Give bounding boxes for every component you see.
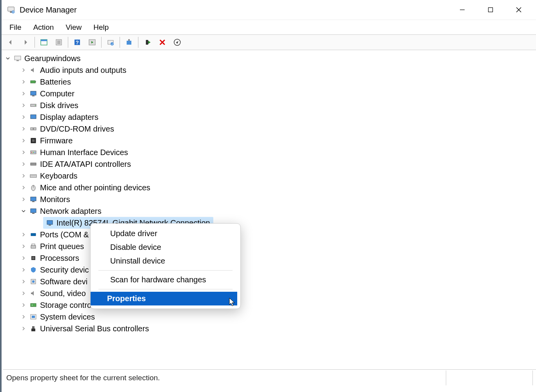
tree-category[interactable]: Firmware	[5, 135, 536, 146]
svg-rect-30	[35, 81, 36, 82]
tree-category[interactable]: DVD/CD-ROM drives	[5, 123, 536, 135]
ctx-disable-device[interactable]: Disable device	[91, 240, 240, 254]
tree-category[interactable]: Storage contro	[5, 299, 536, 311]
tree-category[interactable]: Software devi	[5, 276, 536, 287]
tree-category[interactable]: Sound, video	[5, 287, 536, 299]
tree-category-label: Mice and other pointing devices	[40, 183, 150, 192]
menu-help[interactable]: Help	[88, 21, 114, 34]
close-button[interactable]	[505, 0, 533, 20]
chevron-right-icon[interactable]	[20, 149, 27, 155]
disable-device-button[interactable]	[170, 36, 184, 49]
chevron-right-icon[interactable]	[20, 161, 27, 167]
show-hide-console-button[interactable]	[37, 36, 51, 49]
enable-device-button[interactable]	[140, 36, 154, 49]
forward-button[interactable]	[18, 36, 33, 49]
ctx-scan-hardware[interactable]: Scan for hardware changes	[91, 273, 240, 287]
ctx-separator	[98, 270, 233, 271]
context-menu: Update driver Disable device Uninstall d…	[90, 223, 241, 309]
tree-category-label: Display adapters	[40, 113, 98, 122]
help-button[interactable]: ?	[70, 36, 84, 49]
chevron-right-icon[interactable]	[20, 114, 27, 120]
minimize-button[interactable]	[448, 0, 476, 20]
tree-category[interactable]: Computer	[5, 88, 536, 99]
chevron-right-icon[interactable]	[20, 325, 27, 332]
tree-category[interactable]: Processors	[5, 252, 536, 264]
category-icon	[29, 113, 38, 121]
tree-category[interactable]: Disk drives	[5, 99, 536, 111]
chevron-right-icon[interactable]	[20, 126, 27, 132]
svg-rect-65	[32, 316, 35, 318]
chevron-right-icon[interactable]	[20, 267, 27, 273]
computer-icon	[13, 54, 22, 63]
svg-rect-28	[16, 60, 19, 61]
tree-category[interactable]: IDE ATA/ATAPI controllers	[5, 158, 536, 170]
chevron-right-icon[interactable]	[20, 314, 27, 320]
menu-action[interactable]: Action	[28, 21, 60, 34]
action-list-button[interactable]	[85, 36, 99, 49]
category-icon	[29, 78, 38, 86]
category-icon	[29, 172, 38, 180]
category-icon	[29, 160, 38, 168]
tree-root-label: Gearupwindows	[24, 54, 80, 63]
ctx-update-driver[interactable]: Update driver	[91, 227, 240, 240]
ctx-properties[interactable]: Properties	[91, 292, 237, 305]
ctx-uninstall-device[interactable]: Uninstall device	[91, 254, 240, 268]
app-icon	[6, 5, 16, 14]
tree-category-label: Software devi	[40, 277, 87, 286]
tree-category-label: Print queues	[40, 242, 84, 251]
tree-category[interactable]: Ports (COM &	[5, 229, 536, 240]
chevron-right-icon[interactable]	[20, 255, 27, 261]
chevron-right-icon[interactable]	[20, 173, 27, 179]
device-tree[interactable]: Gearupwindows Audio inputs and outputsBa…	[2, 50, 536, 347]
tree-category[interactable]: Monitors	[5, 193, 536, 205]
tree-category-label: Storage contro	[40, 301, 91, 310]
menu-view[interactable]: View	[60, 21, 87, 34]
toolbar: ?	[2, 34, 536, 50]
chevron-right-icon[interactable]	[20, 243, 27, 249]
tree-category[interactable]: Universal Serial Bus controllers	[5, 323, 536, 334]
svg-point-61	[32, 280, 35, 283]
tree-category[interactable]: Audio inputs and outputs	[5, 64, 536, 76]
chevron-right-icon[interactable]	[20, 184, 27, 191]
tree-category[interactable]: Mice and other pointing devices	[5, 182, 536, 193]
chevron-right-icon[interactable]	[20, 137, 27, 144]
chevron-right-icon[interactable]	[20, 302, 27, 308]
window-title: Device Manager	[20, 5, 77, 14]
chevron-right-icon[interactable]	[20, 278, 27, 285]
uninstall-device-button[interactable]	[155, 36, 169, 49]
properties-button[interactable]	[52, 36, 66, 49]
svg-rect-29	[31, 81, 35, 83]
chevron-right-icon[interactable]	[20, 196, 27, 202]
svg-rect-39	[32, 139, 35, 142]
maximize-button[interactable]	[476, 0, 505, 20]
update-driver-button[interactable]	[122, 36, 136, 49]
back-button[interactable]	[4, 36, 18, 49]
tree-category[interactable]: Batteries	[5, 76, 536, 88]
chevron-right-icon[interactable]	[20, 290, 27, 296]
svg-point-43	[35, 152, 35, 153]
tree-category[interactable]: Print queues	[5, 240, 536, 252]
tree-category[interactable]: Keyboards	[5, 170, 536, 182]
scan-hardware-button[interactable]	[104, 36, 118, 49]
chevron-right-icon[interactable]	[20, 231, 27, 238]
menu-bar: File Action View Help	[2, 20, 536, 34]
tree-category[interactable]: System devices	[5, 311, 536, 323]
svg-rect-57	[32, 244, 35, 246]
tree-category-label: Ports (COM &	[40, 230, 89, 239]
tree-category[interactable]: Network adapters	[5, 205, 536, 217]
chevron-right-icon[interactable]	[20, 90, 27, 97]
tree-category[interactable]: Human Interface Devices	[5, 146, 536, 158]
chevron-right-icon[interactable]	[20, 102, 27, 108]
chevron-right-icon[interactable]	[20, 79, 27, 85]
menu-file[interactable]: File	[4, 21, 27, 34]
chevron-down-icon[interactable]	[20, 208, 27, 214]
chevron-down-icon[interactable]	[5, 55, 11, 61]
tree-root[interactable]: Gearupwindows	[5, 52, 536, 64]
svg-rect-62	[31, 303, 36, 307]
tree-category[interactable]: Display adapters	[5, 111, 536, 123]
svg-rect-44	[31, 163, 36, 165]
chevron-right-icon[interactable]	[20, 67, 27, 73]
svg-rect-4	[489, 8, 493, 12]
tree-category[interactable]: Security devic	[5, 264, 536, 276]
svg-rect-21	[146, 40, 148, 45]
